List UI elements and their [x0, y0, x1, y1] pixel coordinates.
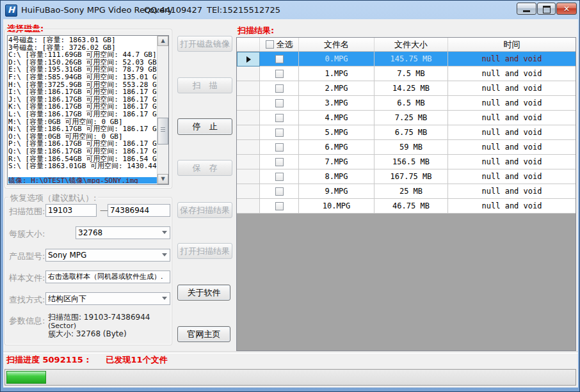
disk-list-item[interactable]: 4号磁盘: [容量: 1863.01 GB]	[8, 36, 157, 44]
disk-list-item[interactable]: K:\ [容量:186.17GB 可用空间: 186.17 GB	[8, 103, 157, 111]
row-selector-cell[interactable]	[237, 125, 260, 140]
header-time[interactable]: 时间	[448, 38, 576, 51]
row-checkbox[interactable]	[275, 158, 284, 166]
row-checkbox-cell	[260, 169, 299, 184]
name-value: 9.MPG	[299, 184, 375, 199]
name-value: 8.MPG	[299, 169, 375, 184]
app-icon: H	[5, 4, 17, 17]
row-checkbox[interactable]	[275, 173, 284, 181]
table-row[interactable]: 8.MPG167.75 MBnull and void	[237, 169, 576, 184]
disk-list-item[interactable]: J:\ [容量:186.17GB 可用空间: 186.17 GB	[8, 96, 157, 104]
disk-list-item[interactable]: 镜像: H:\OTEST\镜像\mpg-SONY.img	[8, 177, 157, 184]
product-model-select[interactable]: Sony MPG	[45, 249, 170, 262]
disk-list-item[interactable]: H:\ [容量:3725.9GB 可用空间: 553.28 GB	[8, 81, 157, 89]
disk-list-item[interactable]: M:\ [容量:0GB 可用空间: 0 GB]	[8, 118, 157, 126]
disk-list-item[interactable]: D:\ [容量:150.26GB 可用空间: 52.03 GB]	[8, 59, 157, 67]
table-row[interactable]: 3.MPG6.5 MBnull and void	[237, 96, 576, 111]
row-checkbox-cell	[260, 81, 299, 96]
row-checkbox-cell	[260, 125, 299, 140]
select-all-checkbox[interactable]	[266, 40, 274, 49]
table-row[interactable]: 9.MPG25 MBnull and void	[237, 184, 576, 199]
chevron-down-icon	[162, 297, 167, 300]
row-selector-cell[interactable]	[237, 81, 260, 96]
cluster-size-select[interactable]: 32768	[76, 226, 170, 239]
table-row[interactable]: 10.MPG46.75 MBnull and void	[237, 199, 576, 214]
row-checkbox[interactable]	[275, 55, 284, 63]
name-value: 2.MPG	[299, 81, 375, 96]
disk-list-item[interactable]: N:\ [容量:186.17GB 可用空间: 186.17 GB	[8, 125, 157, 133]
disk-list-item[interactable]: L:\ [容量:186.17GB 可用空间: 186.17 GB	[8, 111, 157, 118]
status-text: 扫描进度 5092115 :已发现11个文件	[6, 354, 168, 366]
name-value: 6.MPG	[299, 140, 375, 155]
disk-list-item[interactable]: 3号磁盘: [容量: 3726.02 GB]	[8, 44, 157, 52]
name-value: 4.MPG	[299, 111, 375, 125]
name-value: 7.MPG	[299, 155, 375, 169]
row-checkbox[interactable]	[275, 70, 284, 78]
table-row[interactable]: 1.MPG7.5 MBnull and void	[237, 67, 576, 81]
disk-list-scrollbar[interactable]: ▲ ▼	[157, 36, 168, 184]
header-file-size[interactable]: 文件大小	[375, 38, 448, 51]
disk-list-item[interactable]: P:\ [容量:186.17GB 可用空间: 186.17 GB	[8, 140, 157, 148]
disk-list-item[interactable]: C:\ [容量:111.69GB 可用空间: 44.7 GB]	[8, 51, 157, 59]
scan-button[interactable]: 扫 描	[177, 77, 232, 93]
table-row[interactable]: 0.MPG145.75 MBnull and void	[237, 52, 576, 67]
open-results-button[interactable]: 打开扫描结果	[177, 243, 232, 259]
homepage-button[interactable]: 官网主页	[177, 326, 230, 342]
minimize-button[interactable]	[517, 3, 536, 15]
row-selector-cell[interactable]	[237, 67, 260, 81]
row-selector-cell[interactable]	[237, 140, 260, 155]
row-checkbox[interactable]	[275, 187, 284, 196]
row-checkbox[interactable]	[275, 99, 284, 107]
scan-range-from-input[interactable]: 19103	[45, 204, 97, 217]
row-selector-cell[interactable]	[237, 155, 260, 169]
close-button[interactable]: ✕	[556, 3, 577, 15]
disk-list-item[interactable]: F:\ [容量:585.94GB 可用空间: 135.01 GB	[8, 74, 157, 81]
search-mode-select[interactable]: 结构区向下	[45, 292, 170, 305]
disk-list-item[interactable]: S:\ [容量:1863.01GB 可用空间: 1430.44	[8, 162, 157, 170]
save-button[interactable]: 保 存	[177, 160, 232, 176]
stop-button[interactable]: 停 止	[177, 118, 232, 135]
table-row[interactable]: 4.MPG7.25 MBnull and void	[237, 111, 576, 125]
open-disk-image-button[interactable]: 打开磁盘镜像	[177, 36, 232, 52]
row-checkbox-cell	[260, 111, 299, 125]
disk-list-item[interactable]: O:\ [容量:0GB 可用空间: 0 GB]	[8, 133, 157, 141]
title-bar[interactable]: H HuiFuBao-Sony MPG Video Recovery QQ:44…	[1, 1, 579, 19]
header-file-name[interactable]: 文件名	[299, 38, 375, 51]
row-selector-cell[interactable]	[237, 52, 260, 67]
row-checkbox-cell	[260, 155, 299, 169]
scroll-thumb[interactable]	[157, 118, 168, 145]
size-value: 167.75 MB	[375, 169, 448, 184]
table-row[interactable]: 7.MPG156.5 MBnull and void	[237, 155, 576, 169]
save-results-button[interactable]: 保存扫描结果	[177, 202, 232, 218]
name-value: 5.MPG	[299, 125, 375, 140]
table-row[interactable]: 6.MPG59 MBnull and void	[237, 140, 576, 155]
row-checkbox[interactable]	[275, 84, 284, 93]
row-selector-cell[interactable]	[237, 184, 260, 199]
header-selector-cell	[237, 38, 260, 51]
row-selector-cell[interactable]	[237, 199, 260, 214]
scroll-up-icon[interactable]: ▲	[157, 36, 168, 46]
results-label: 扫描结果:	[238, 25, 274, 36]
row-selector-cell[interactable]	[237, 169, 260, 184]
row-checkbox[interactable]	[275, 129, 284, 137]
maximize-button[interactable]	[537, 3, 556, 15]
header-select-all[interactable]: 全选	[260, 38, 299, 51]
disk-list-item[interactable]: Q:\ [容量:186.17GB 可用空间: 186.17 GB	[8, 148, 157, 155]
disk-list-item[interactable]: I:\ [容量:186.17GB 可用空间: 186.17 GB	[8, 88, 157, 96]
scroll-down-icon[interactable]: ▼	[157, 174, 168, 184]
sample-file-input[interactable]: 右击选取样本（同机器或软件生成）.	[45, 270, 170, 283]
disk-listbox[interactable]: 4号磁盘: [容量: 1863.01 GB]3号磁盘: [容量: 3726.02…	[7, 35, 169, 185]
row-checkbox[interactable]	[275, 202, 284, 210]
row-selector-cell[interactable]	[237, 111, 260, 125]
disk-list-item[interactable]	[8, 170, 157, 178]
about-button[interactable]: 关于软件	[177, 285, 230, 301]
row-checkbox[interactable]	[275, 143, 284, 152]
disk-list-item[interactable]: R:\ [容量:186.54GB 可用空间: 186.54 GB	[8, 155, 157, 163]
table-row[interactable]: 2.MPG14.25 MBnull and void	[237, 81, 576, 96]
size-value: 7.5 MB	[375, 67, 448, 81]
table-row[interactable]: 5.MPG6.75 MBnull and void	[237, 125, 576, 140]
row-selector-cell[interactable]	[237, 96, 260, 111]
disk-list-item[interactable]: E:\ [容量:195.31GB 可用空间: 78.79 GB]	[8, 66, 157, 74]
row-checkbox[interactable]	[275, 114, 284, 122]
scan-range-to-input[interactable]: 74386944	[108, 204, 170, 217]
